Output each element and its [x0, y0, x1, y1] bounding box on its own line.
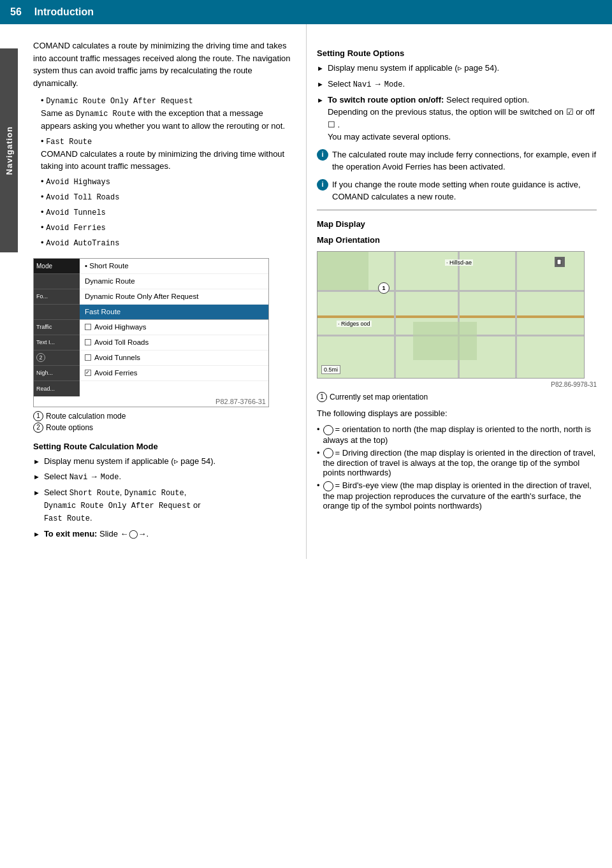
dynamic-route-only-desc: Same as Dynamic Route with the exception…: [41, 108, 285, 131]
map-display-heading: Map Display: [317, 219, 597, 229]
menu-item-fast-route: Fast Route: [80, 305, 268, 320]
route-opt-step-3: ► To switch route option on/off: Select …: [317, 94, 597, 143]
callout-2-row: 2 Route options: [33, 423, 291, 433]
map-label-ridgesood: · Ridges ood: [337, 321, 372, 327]
info-text-1: The calculated route may include ferry c…: [332, 148, 597, 173]
orientation-driving-bullet: • = Driving direction (the map display i…: [317, 448, 597, 478]
section-divider: [317, 210, 597, 210]
bullet-avoid-ferries: Avoid Ferries: [33, 221, 291, 234]
callout-2-label: Route options: [46, 423, 93, 432]
menu-left-strip: Mode Fo... Traffic Text I... 2 Nigh... R…: [34, 259, 80, 396]
map-caption: P82.86-9978-31: [317, 381, 597, 388]
callout-1-row: 1 Route calculation mode: [33, 411, 291, 421]
page-title: Introduction: [34, 6, 94, 18]
menu-item-dynamic-only: Dynamic Route Only After Request: [80, 289, 268, 305]
map-callout-label: Currently set map orientation: [330, 393, 428, 401]
orientation-north-bullet: • = orientation to north (the map displa…: [317, 424, 597, 445]
info-icon-1: i: [317, 149, 328, 161]
bullet-avoid-toll: Avoid Toll Roads: [33, 191, 291, 203]
callout-2: 2: [33, 423, 43, 433]
route-opt-step-2: ► Select Navi → Mode.: [317, 78, 597, 90]
map-marker-1: 1: [378, 282, 390, 294]
map-fuel-icon: [555, 257, 565, 267]
info-box-2: i If you change the route mode setting w…: [317, 178, 597, 203]
menu-item-avoid-toll: Avoid Toll Roads: [80, 335, 268, 351]
menu-caption: P82.87-3766-31: [34, 396, 268, 407]
page-header: 56 Introduction: [0, 0, 612, 24]
map-callout-1: 1: [317, 392, 327, 402]
map-orientation-heading: Map Orientation: [317, 235, 597, 245]
menu-screenshot: Mode Fo... Traffic Text I... 2 Nigh... R…: [33, 258, 269, 407]
setting-route-options-heading: Setting Route Options: [317, 48, 597, 58]
menu-item-dynamic-route: Dynamic Route: [80, 274, 268, 289]
calc-step-1: ► Display menu system if applicable (▹ p…: [33, 455, 291, 468]
menu-item-avoid-hw: Avoid Highways: [80, 320, 268, 335]
bullet-fast-route: Fast Route COMAND calculates a route by …: [33, 135, 291, 173]
dynamic-route-only-label: Dynamic Route Only After Request: [46, 97, 193, 106]
calc-step-4: ► To exit menu: Slide ←◯→.: [33, 528, 291, 540]
info-box-1: i The calculated route may include ferry…: [317, 148, 597, 173]
main-content: Navigation COMAND calculates a route by …: [0, 24, 612, 559]
map-image: · Hillsd-ae · Ridges ood 1 0.5mi: [317, 251, 585, 379]
svg-rect-0: [557, 259, 561, 264]
sidebar-navigation-tab: Navigation: [0, 48, 18, 252]
birds-eye-icon: [323, 481, 333, 491]
fast-route-desc: COMAND calculates a route by minimizing …: [41, 149, 284, 171]
arrow-icon-2: ►: [33, 472, 40, 482]
route-opt-step-1: ► Display menu system if applicable (▹ p…: [317, 62, 597, 75]
orientation-birds-eye-bullet: • = Bird's-eye view (the map display is …: [317, 481, 597, 510]
callout-1: 1: [33, 411, 43, 421]
menu-item-avoid-tunnels: Avoid Tunnels: [80, 351, 268, 366]
driving-direction-icon: [323, 448, 333, 458]
fast-route-label: Fast Route: [46, 138, 92, 147]
info-icon-2: i: [317, 179, 328, 191]
arrow-icon-3: ►: [33, 488, 40, 498]
bullet-avoid-highways: Avoid Highways: [33, 175, 291, 188]
menu-right-items: • Short Route Dynamic Route Dynamic Rout…: [80, 259, 268, 396]
following-displays-text: The following displays are possible:: [317, 407, 597, 420]
map-label-hillsdase: · Hillsd-ae: [445, 259, 473, 266]
arrow-icon-ro1: ►: [317, 63, 324, 74]
bullet-dynamic-route-only: Dynamic Route Only After Request Same as…: [33, 94, 291, 133]
arrow-icon-ro3: ►: [317, 95, 324, 106]
left-column: COMAND calculates a route by minimizing …: [0, 24, 306, 559]
right-column: Setting Route Options ► Display menu sys…: [306, 24, 612, 559]
info-text-2: If you change the route mode setting whe…: [332, 178, 597, 203]
menu-item-avoid-ferries: Avoid Ferries: [80, 366, 268, 381]
calc-step-2: ► Select Navi → Mode.: [33, 470, 291, 483]
map-distance-label: 0.5mi: [321, 365, 340, 374]
intro-paragraph: COMAND calculates a route by minimizing …: [33, 40, 291, 89]
sidebar-label: Navigation: [4, 126, 14, 175]
arrow-icon-1: ►: [33, 456, 40, 467]
map-callout-1-row: 1 Currently set map orientation: [317, 392, 597, 402]
bullet-avoid-tunnels: Avoid Tunnels: [33, 206, 291, 219]
calc-step-3: ► Select Short Route, Dynamic Route, Dyn…: [33, 486, 291, 524]
arrow-icon-ro2: ►: [317, 79, 324, 90]
setting-calc-mode-heading: Setting Route Calculation Mode: [33, 442, 291, 451]
arrow-icon-4: ►: [33, 529, 40, 540]
bullet-avoid-autotrains: Avoid AutoTrains: [33, 236, 291, 249]
menu-item-short-route: • Short Route: [80, 259, 268, 274]
north-orientation-icon: [323, 425, 333, 435]
page-number: 56: [10, 6, 22, 18]
callout-1-label: Route calculation mode: [46, 412, 126, 421]
svg-rect-1: [561, 260, 563, 261]
